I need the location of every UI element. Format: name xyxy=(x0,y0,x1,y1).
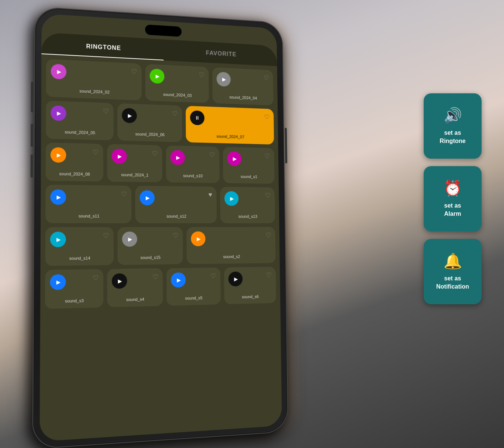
play-button-4[interactable]: ▶ xyxy=(50,105,66,121)
set-as-notification-button[interactable]: 🔔 set asNotification xyxy=(424,239,482,304)
play-button-14[interactable]: ▶ xyxy=(50,232,66,248)
heart-icon-17[interactable]: ♡ xyxy=(92,274,99,282)
play-icon-4: ▶ xyxy=(57,110,61,116)
grid-row-4: ▶ ♡ sound_s11 ▶ ♥ xyxy=(46,185,275,223)
sound-label-12: sound_s12 xyxy=(140,214,213,219)
sound-label-19: sound_s5 xyxy=(171,295,216,301)
play-icon-9: ▶ xyxy=(176,155,180,161)
set-as-alarm-button[interactable]: ⏰ set asAlarm xyxy=(424,166,482,231)
heart-icon-10[interactable]: ♡ xyxy=(265,152,270,160)
sound-cell-6-playing[interactable]: ⏸ ♡ sound_2024_07 xyxy=(186,106,274,144)
heart-icon-18[interactable]: ♡ xyxy=(152,273,158,281)
play-icon-3: ▶ xyxy=(222,76,226,82)
app-content: RINGTONE FAVORITE ▶ ♡ xyxy=(40,13,282,441)
play-button-20[interactable]: ▶ xyxy=(228,271,242,286)
sound-cell-19[interactable]: ▶ ♡ sound_s5 xyxy=(167,267,221,306)
play-button-17[interactable]: ▶ xyxy=(50,274,66,290)
play-button-1[interactable]: ▶ xyxy=(51,64,67,80)
play-button-2[interactable]: ▶ xyxy=(150,68,164,84)
play-icon-10: ▶ xyxy=(233,156,237,162)
set-as-ringtone-button[interactable]: 🔊 set asRingtone xyxy=(424,93,482,159)
pause-icon-6: ⏸ xyxy=(195,115,200,121)
phone-screen: RINGTONE FAVORITE ▶ ♡ xyxy=(40,13,282,441)
play-button-16[interactable]: ▶ xyxy=(191,231,205,246)
sound-cell-11[interactable]: ▶ ♡ sound_s11 xyxy=(46,185,132,223)
sound-cell-2[interactable]: ▶ ♡ sound_2024_03 xyxy=(145,64,209,103)
heart-icon-16[interactable]: ♡ xyxy=(266,231,271,239)
heart-icon-8[interactable]: ♡ xyxy=(152,150,158,158)
sound-cell-9[interactable]: ▶ ♡ sound_s10 xyxy=(166,146,219,183)
sound-label-4: sound_2024_05 xyxy=(50,129,109,136)
side-button-vol-up xyxy=(31,124,33,147)
sound-label-13: sound_s13 xyxy=(225,214,271,219)
heart-icon-6[interactable]: ♡ xyxy=(264,113,270,121)
play-icon-8: ▶ xyxy=(118,153,122,159)
alarm-icon: ⏰ xyxy=(443,180,462,197)
heart-icon-14[interactable]: ♡ xyxy=(103,231,109,240)
sound-cell-20[interactable]: ▶ ♡ sound_s6 xyxy=(224,267,276,304)
grid-row-2: ▶ ♡ sound_2024_05 ▶ ♡ xyxy=(46,100,274,144)
heart-icon-1[interactable]: ♡ xyxy=(131,68,137,76)
heart-icon-15[interactable]: ♡ xyxy=(173,231,179,240)
sound-label-15: sound_s15 xyxy=(122,254,179,260)
heart-icon-12[interactable]: ♥ xyxy=(208,191,212,199)
heart-icon-19[interactable]: ♡ xyxy=(210,272,216,280)
play-button-11[interactable]: ▶ xyxy=(50,189,66,205)
sound-cell-17[interactable]: ▶ ♡ sound_s3 xyxy=(45,269,103,309)
grid-row-3: ▶ ♡ sound_2024_08 ▶ ♡ xyxy=(46,143,275,184)
sound-cell-10[interactable]: ▶ ♡ sound_s1 xyxy=(223,147,275,184)
play-button-10[interactable]: ▶ xyxy=(227,151,241,166)
grid-row-1: ▶ ♡ sound_2024_02 ▶ ♡ xyxy=(46,59,273,106)
heart-icon-13[interactable]: ♡ xyxy=(265,192,270,199)
play-icon-5: ▶ xyxy=(128,112,132,118)
play-button-13[interactable]: ▶ xyxy=(224,191,238,206)
alarm-btn-label: set asAlarm xyxy=(444,202,461,218)
phone-body: RINGTONE FAVORITE ▶ ♡ xyxy=(32,6,288,448)
sound-label-20: sound_s6 xyxy=(228,293,272,300)
play-icon-18: ▶ xyxy=(118,278,122,284)
play-button-19[interactable]: ▶ xyxy=(171,273,186,288)
sound-label-17: sound_s3 xyxy=(50,298,98,304)
heart-icon-4[interactable]: ♡ xyxy=(103,107,109,116)
play-icon-14: ▶ xyxy=(56,236,61,243)
sound-cell-5[interactable]: ▶ ♡ sound_2024_06 xyxy=(117,103,182,142)
sound-cell-7[interactable]: ▶ ♡ sound_2024_08 xyxy=(46,143,103,182)
play-button-12[interactable]: ▶ xyxy=(140,190,155,205)
sound-label-10: sound_s1 xyxy=(227,174,270,180)
play-button-9[interactable]: ▶ xyxy=(170,150,185,165)
play-button-15[interactable]: ▶ xyxy=(122,231,137,247)
sound-label-5: sound_2024_06 xyxy=(122,131,178,137)
sound-cell-1[interactable]: ▶ ♡ sound_2024_02 xyxy=(46,59,142,100)
heart-icon-3[interactable]: ♡ xyxy=(263,74,269,82)
sound-label-3: sound_2024_04 xyxy=(217,94,269,101)
play-icon-15: ▶ xyxy=(128,236,132,242)
bell-icon: 🔔 xyxy=(443,252,462,270)
sound-cell-8[interactable]: ▶ ♡ sound_2024_1 xyxy=(107,144,162,183)
sound-cell-13[interactable]: ▶ ♡ sound_s13 xyxy=(220,187,275,223)
play-button-5[interactable]: ▶ xyxy=(122,108,137,123)
heart-icon-5[interactable]: ♡ xyxy=(172,110,178,118)
sound-label-11: sound_s11 xyxy=(50,213,127,219)
sound-cell-3[interactable]: ▶ ♡ sound_2024_04 xyxy=(212,67,273,106)
pause-button-6[interactable]: ⏸ xyxy=(190,110,204,125)
play-button-7[interactable]: ▶ xyxy=(50,147,66,163)
heart-icon-20[interactable]: ♡ xyxy=(266,271,272,279)
play-icon-7: ▶ xyxy=(57,152,61,158)
play-button-8[interactable]: ▶ xyxy=(111,149,127,164)
sound-label-18: sound_s4 xyxy=(112,296,158,303)
heart-icon-9[interactable]: ♡ xyxy=(209,151,215,159)
sound-cell-16[interactable]: ▶ ♡ sound_s2 xyxy=(186,227,276,264)
heart-icon-7[interactable]: ♡ xyxy=(92,148,98,157)
sound-cell-4[interactable]: ▶ ♡ sound_2024_05 xyxy=(46,100,114,140)
play-icon-20: ▶ xyxy=(234,276,238,282)
sound-cell-14[interactable]: ▶ ♡ sound_s14 xyxy=(45,227,114,266)
sound-cell-18[interactable]: ▶ ♡ sound_s4 xyxy=(107,268,163,307)
heart-icon-11[interactable]: ♡ xyxy=(121,190,127,198)
play-button-3[interactable]: ▶ xyxy=(217,72,231,87)
notification-btn-label: set asNotification xyxy=(436,274,469,291)
play-button-18[interactable]: ▶ xyxy=(112,273,127,289)
sound-cell-12[interactable]: ▶ ♥ sound_s12 xyxy=(135,186,217,223)
sound-cell-15[interactable]: ▶ ♡ sound_s15 xyxy=(117,227,183,265)
play-icon-2: ▶ xyxy=(156,73,160,79)
heart-icon-2[interactable]: ♡ xyxy=(199,71,204,79)
